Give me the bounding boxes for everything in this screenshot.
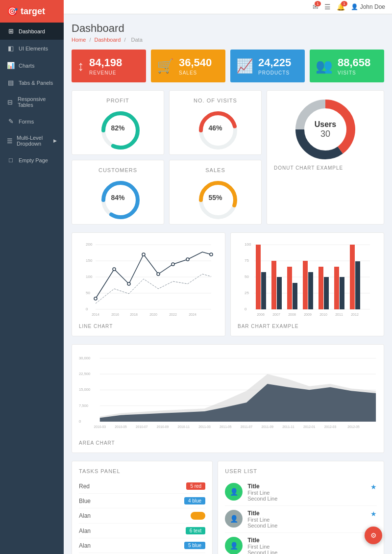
- stat-value: 36,540: [179, 56, 212, 69]
- circle-chart-wrap: 82%: [98, 108, 138, 148]
- svg-text:7,500: 7,500: [79, 403, 88, 408]
- svg-text:2006: 2006: [257, 313, 265, 316]
- svg-rect-46: [261, 272, 266, 309]
- bell-icon-btn[interactable]: 🔔 1: [337, 3, 345, 11]
- donut-title: DONUT CHART EXAMPLE: [274, 165, 377, 171]
- app-logo: 🎯 target: [0, 0, 64, 23]
- svg-text:2007: 2007: [272, 313, 280, 316]
- bar-chart-panel: 100 75 50 25 0: [230, 232, 384, 336]
- svg-point-21: [94, 297, 97, 300]
- svg-text:2012: 2012: [351, 313, 359, 316]
- circle-chart-profit: PROFIT 82%: [72, 90, 164, 155]
- sidebar-icon: □: [7, 156, 15, 164]
- svg-point-26: [172, 263, 174, 266]
- tasks-panel-title: TASKS PANEL: [79, 468, 205, 474]
- sidebar-label: Empty Page: [19, 157, 48, 163]
- svg-rect-51: [303, 261, 308, 309]
- user-icon: 👤: [351, 3, 358, 10]
- user-menu[interactable]: 👤 John Doe: [351, 3, 385, 10]
- tasks-panel: TASKS PANEL Red5 redBlue4 blueAlanAlan6 …: [72, 461, 213, 554]
- user-line1: First Line: [247, 490, 277, 496]
- charts-row: 200 150 100 50 0: [72, 232, 384, 336]
- user-info: Title First Line Second Line: [247, 510, 277, 529]
- area-chart-svg: 30,000 22,500 15,000 7,500 0 2010-03 201…: [79, 352, 377, 435]
- svg-text:2010-03: 2010-03: [94, 425, 106, 428]
- svg-text:2011-09: 2011-09: [262, 425, 274, 428]
- sidebar-item-dashboard[interactable]: ⊞ Dashboard: [0, 23, 64, 40]
- sidebar-item-responsive-tables[interactable]: ⊟ Responsive Tables: [0, 91, 64, 113]
- svg-text:2010-05: 2010-05: [115, 425, 127, 428]
- fab-button[interactable]: ⚙: [365, 527, 382, 544]
- bell-badge: 1: [341, 1, 347, 6]
- user-list-panel: USER LIST 👤 Title First Line Second Line…: [218, 461, 384, 554]
- user-line2: Second Line: [247, 496, 277, 502]
- app-name: target: [21, 6, 45, 17]
- page-title: Dashboard: [72, 22, 384, 35]
- donut-label: Users: [315, 120, 336, 129]
- svg-rect-58: [355, 261, 360, 309]
- stat-cards-row: ↕ 84,198 REVENUE 🛒 36,540 SALES 📈 24,225…: [72, 50, 384, 82]
- sidebar-item-ui-elements[interactable]: ◧ UI Elements: [0, 40, 64, 57]
- circle-pct: 84%: [111, 194, 124, 201]
- circle-chart-customers: CUSTOMERS 84%: [72, 160, 164, 225]
- sidebar-item-empty-page[interactable]: □ Empty Page: [0, 151, 64, 169]
- user-info: Title First Line Second Line: [247, 483, 277, 502]
- toggle-switch[interactable]: [191, 512, 205, 520]
- circle-chart-title: PROFIT: [79, 98, 157, 103]
- svg-rect-53: [318, 267, 323, 309]
- sidebar-item-tabs-&-panels[interactable]: ▤ Tabs & Panels: [0, 74, 64, 91]
- svg-text:2012-03: 2012-03: [324, 425, 337, 428]
- circle-chart-title: SALES: [176, 167, 254, 173]
- stat-card-icon: ↕: [77, 58, 84, 74]
- task-row: Blue4 blue: [79, 494, 205, 508]
- donut-center: Users 30: [315, 120, 336, 139]
- breadcrumb-dashboard[interactable]: Dashboard: [95, 37, 121, 43]
- task-label: Alan: [79, 528, 91, 534]
- svg-text:2010-07: 2010-07: [136, 425, 148, 428]
- circle-pct: 55%: [208, 194, 222, 201]
- svg-text:2014: 2014: [92, 313, 99, 316]
- sidebar-label: UI Elements: [19, 46, 48, 51]
- circle-chart-sales: SALES 55%: [169, 160, 262, 225]
- svg-point-28: [210, 253, 213, 256]
- stat-card-icon: 📈: [236, 58, 253, 74]
- bar-chart-label: BAR CHART EXAMPLE: [238, 324, 377, 329]
- task-row: Alan: [79, 508, 205, 524]
- sidebar-label: Responsive Tables: [18, 96, 57, 108]
- svg-text:2010-11: 2010-11: [178, 425, 190, 428]
- star-icon[interactable]: ★: [370, 483, 377, 491]
- user-name: John Doe: [360, 3, 385, 10]
- sidebar-icon: ☰: [7, 137, 13, 145]
- logo-icon: 🎯: [7, 6, 18, 17]
- donut-panel: Users 30 DONUT CHART EXAMPLE: [267, 90, 384, 225]
- sidebar-item-multi-level-dropdown[interactable]: ☰ Multi-Level Dropdown ▶: [0, 130, 64, 151]
- task-badge: 6 text: [186, 527, 205, 534]
- sidebar-item-forms[interactable]: ✎ Forms: [0, 113, 64, 130]
- user-line1: First Line: [247, 544, 277, 550]
- mail-icon-btn[interactable]: ✉ 1: [313, 3, 318, 11]
- sidebar-item-charts[interactable]: 📊 Charts: [0, 57, 64, 74]
- svg-text:0: 0: [79, 419, 81, 424]
- task-row: Red5 red: [79, 479, 205, 494]
- user-item: 👤 Title First Line Second Line ★: [225, 506, 377, 533]
- svg-point-22: [113, 268, 116, 271]
- sidebar-icon: ⊟: [7, 99, 14, 106]
- sidebar-icon: ⊞: [7, 27, 15, 35]
- svg-text:2011-11: 2011-11: [282, 425, 294, 428]
- stat-card-icon: 🛒: [157, 58, 174, 74]
- menu-icon-btn[interactable]: ☰: [324, 3, 331, 11]
- users-list: 👤 Title First Line Second Line ★ 👤 Title…: [225, 479, 377, 554]
- svg-rect-45: [256, 245, 261, 309]
- stat-value: 88,658: [338, 56, 370, 69]
- sidebar-icon: ✎: [7, 118, 15, 125]
- task-badge: 5 red: [186, 482, 205, 490]
- stat-label: PRODUCTS: [258, 70, 291, 76]
- user-line1: First Line: [247, 517, 277, 523]
- breadcrumb-home[interactable]: Home: [72, 37, 86, 43]
- sidebar: 🎯 target ⊞ Dashboard ◧ UI Elements 📊 Cha…: [0, 0, 64, 554]
- circle-chart-no.-of-visits: NO. OF VISITS 46%: [169, 90, 262, 155]
- sidebar-icon: ◧: [7, 45, 15, 52]
- stat-value: 24,225: [258, 56, 291, 69]
- svg-rect-47: [271, 261, 276, 309]
- star-icon[interactable]: ★: [370, 510, 377, 518]
